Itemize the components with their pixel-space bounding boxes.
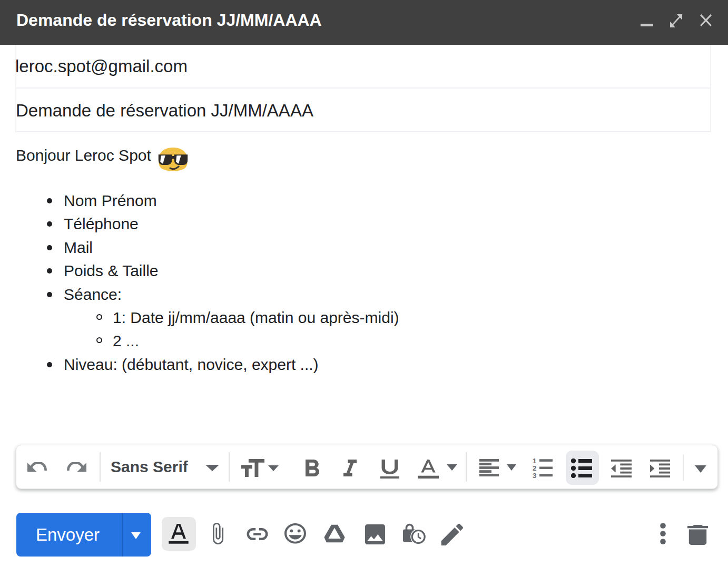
svg-text:2: 2 <box>533 464 537 472</box>
svg-text:3: 3 <box>533 472 537 479</box>
svg-text:1: 1 <box>533 457 537 465</box>
